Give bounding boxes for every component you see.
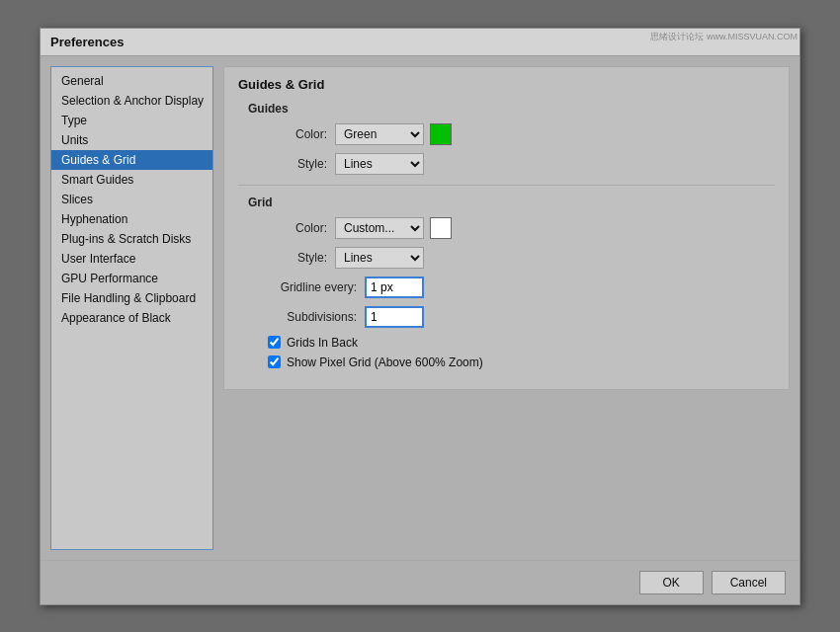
subdivisions-row: Subdivisions: [248,306,775,328]
sidebar-item-selection-anchor-display[interactable]: Selection & Anchor Display [51,91,212,111]
sidebar-item-user-interface[interactable]: User Interface [51,249,212,269]
guides-grid-section: Guides & Grid Guides Color: Green Cyan M… [223,66,790,390]
grid-style-row: Style: Lines Dots Dashes [248,247,775,269]
sidebar-item-general[interactable]: General [51,71,212,91]
sidebar-item-smart-guides[interactable]: Smart Guides [51,170,212,190]
content-area: Guides & Grid Guides Color: Green Cyan M… [223,66,790,550]
guides-style-select[interactable]: Lines Dots [335,153,424,175]
guides-style-label: Style: [248,157,327,171]
show-pixel-grid-checkbox[interactable] [268,356,281,368]
subdivisions-input[interactable] [365,306,424,328]
guides-color-swatch[interactable] [430,123,452,145]
sidebar-item-units[interactable]: Units [51,130,212,150]
guides-subsection: Guides Color: Green Cyan Magenta Red Yel… [248,102,775,175]
sidebar-item-hyphenation[interactable]: Hyphenation [51,209,212,229]
cancel-button[interactable]: Cancel [712,571,786,594]
section-divider [238,185,775,186]
watermark: 思绪设计论坛 www.MISSVUAN.COM [650,31,798,43]
grids-in-back-checkbox[interactable] [268,336,281,349]
ok-button[interactable]: OK [639,571,704,594]
sidebar-item-gpu-performance[interactable]: GPU Performance [51,269,212,288]
grids-in-back-label: Grids In Back [287,336,358,350]
guides-subtitle: Guides [248,102,775,116]
show-pixel-grid-label: Show Pixel Grid (Above 600% Zoom) [287,356,483,369]
grid-subtitle: Grid [248,196,775,209]
sidebar-item-file-handling[interactable]: File Handling & Clipboard [51,288,212,308]
sidebar-item-plugins-scratch[interactable]: Plug-ins & Scratch Disks [51,229,212,249]
grid-style-label: Style: [248,251,327,265]
gridline-input[interactable] [365,276,424,298]
sidebar-item-type[interactable]: Type [51,111,212,130]
grid-color-select[interactable]: Custom... Light Blue Light Red Green [335,217,424,239]
sidebar-item-guides-grid[interactable]: Guides & Grid [51,150,212,170]
section-title: Guides & Grid [238,77,775,92]
grid-color-label: Color: [248,221,327,235]
preferences-dialog: Preferences 思绪设计论坛 www.MISSVUAN.COM Gene… [40,28,800,605]
grid-color-swatch[interactable] [430,217,452,239]
grid-style-select[interactable]: Lines Dots Dashes [335,247,424,269]
sidebar: General Selection & Anchor Display Type … [50,66,213,550]
grid-color-row: Color: Custom... Light Blue Light Red Gr… [248,217,775,239]
dialog-footer: OK Cancel [41,560,799,604]
sidebar-item-appearance-black[interactable]: Appearance of Black [51,308,212,328]
show-pixel-grid-row: Show Pixel Grid (Above 600% Zoom) [268,356,775,369]
guides-color-select[interactable]: Green Cyan Magenta Red Yellow Custom... [335,123,424,145]
guides-color-label: Color: [248,127,327,141]
subdivisions-label: Subdivisions: [248,310,357,324]
sidebar-item-slices[interactable]: Slices [51,190,212,209]
guides-style-row: Style: Lines Dots [248,153,775,175]
gridline-label: Gridline every: [248,280,357,294]
grid-subsection: Grid Color: Custom... Light Blue Light R… [248,196,775,369]
guides-color-row: Color: Green Cyan Magenta Red Yellow Cus… [248,123,775,145]
gridline-every-row: Gridline every: [248,276,775,298]
grids-in-back-row: Grids In Back [268,336,775,350]
